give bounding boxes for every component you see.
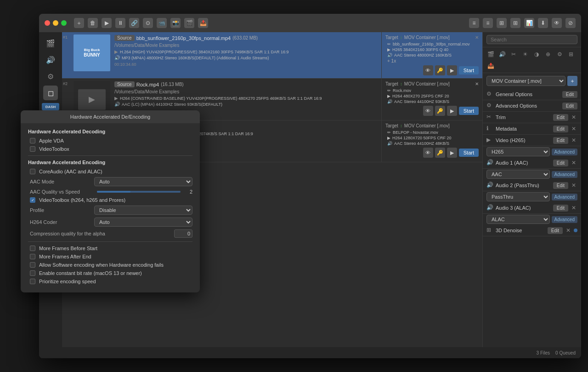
eye-btn-3[interactable]: 👁 <box>423 148 433 158</box>
audio1-close-btn[interactable]: ✕ <box>570 159 577 166</box>
rt-color-icon[interactable]: ⊕ <box>543 49 553 59</box>
audio1-advanced-btn[interactable]: Advanced <box>552 171 577 178</box>
arrow-btn-2[interactable]: ▶ <box>447 106 457 116</box>
rt-sun-icon[interactable]: ☀ <box>520 49 530 59</box>
play-button[interactable]: ▶ <box>102 18 112 28</box>
activity-button[interactable]: ⊘ <box>565 18 576 28</box>
hw-videotoolbox-decode-checkbox[interactable] <box>30 146 35 152</box>
arrow-btn-1[interactable]: ▶ <box>447 65 457 75</box>
hw-applevda-checkbox[interactable] <box>30 138 35 143</box>
record-button[interactable]: ⊙ <box>143 18 153 28</box>
hw-coreaudio-row[interactable]: CoreAudio (AAC and ALAC) <box>28 169 192 174</box>
advanced-options-edit-btn[interactable]: Edit <box>562 103 577 109</box>
hw-allow-software-row[interactable]: Allow Software encoding when Hardware en… <box>28 262 192 268</box>
sidebar-icon-video[interactable]: 🎬 <box>43 36 58 51</box>
add-button[interactable]: ＋ <box>74 18 84 28</box>
video-h265-sub-select[interactable]: H265 <box>486 147 550 156</box>
audio1-sub-select[interactable]: AAC <box>486 170 550 179</box>
hw-videotoolbox-encode-row[interactable]: ✓ VideoToolbox (h264, h265 and Prores) <box>28 197 192 203</box>
link-button[interactable]: 🔗 <box>129 18 139 28</box>
hw-constant-bitrate-checkbox[interactable] <box>30 270 35 276</box>
denoise-edit-btn[interactable]: Edit <box>548 227 563 234</box>
sidebar-icon-settings[interactable]: ⚙ <box>43 69 58 84</box>
sidebar-icon-output[interactable]: ◻ <box>43 86 58 100</box>
minimize-button[interactable] <box>53 20 58 26</box>
eye-btn-2[interactable]: 👁 <box>423 106 433 116</box>
key-btn-1[interactable]: 🔑 <box>435 65 445 75</box>
delete-button[interactable]: 🗑 <box>88 18 98 28</box>
arrow-btn-3[interactable]: ▶ <box>447 148 457 158</box>
rt-settings2-icon[interactable]: ⚙ <box>554 49 565 59</box>
audio2-edit-btn[interactable]: Edit <box>553 182 568 189</box>
clip-button[interactable]: 🎬 <box>184 18 194 28</box>
hw-prioritize-speed-checkbox[interactable] <box>30 279 35 284</box>
video-h265-edit-btn[interactable]: Edit <box>553 137 568 144</box>
hw-prioritize-speed-row[interactable]: Prioritize encoding speed <box>28 279 192 284</box>
hw-more-frames-after-row[interactable]: More Frames After End <box>28 254 192 259</box>
rt-grid3-icon[interactable]: ⊞ <box>566 49 576 59</box>
hw-more-frames-before-row[interactable]: More Frames Before Start <box>28 246 192 251</box>
snapshot-button[interactable]: 📸 <box>170 18 181 28</box>
rt-audio-icon[interactable]: 🔊 <box>497 49 507 59</box>
download-button[interactable]: ⬇ <box>538 18 548 28</box>
format-add-btn[interactable]: ＋ <box>567 76 577 86</box>
video-button[interactable]: 📹 <box>157 18 167 28</box>
key-btn-3[interactable]: 🔑 <box>435 148 445 158</box>
hw-aac-mode-select[interactable]: Auto <box>94 177 192 186</box>
grid-view-button[interactable]: ⊞ <box>497 18 507 28</box>
audio3-edit-btn[interactable]: Edit <box>553 205 568 212</box>
format-select[interactable]: MOV Container [.mov] <box>486 76 565 86</box>
audio2-advanced-btn[interactable]: Advanced <box>552 194 577 200</box>
key-btn-2[interactable]: 🔑 <box>435 106 445 116</box>
trim-close-btn[interactable]: ✕ <box>570 114 577 121</box>
audio1-edit-btn[interactable]: Edit <box>553 160 568 166</box>
audio3-close-btn[interactable]: ✕ <box>570 204 577 212</box>
eye-btn-1[interactable]: 👁 <box>423 65 433 75</box>
audio2-close-btn[interactable]: ✕ <box>570 182 577 189</box>
start-btn-2[interactable]: Start <box>459 107 479 115</box>
list-view-button[interactable]: ≡ <box>469 18 479 28</box>
audio3-sub-select[interactable]: ALAC <box>486 215 550 224</box>
hw-h264coder-select[interactable]: Auto <box>94 217 192 227</box>
audio2-sub-select[interactable]: PassThru <box>486 192 550 201</box>
hw-aac-quality-slider[interactable] <box>97 191 181 193</box>
general-options-edit-btn[interactable]: Edit <box>562 91 577 98</box>
rt-video-icon[interactable]: 🎬 <box>486 49 496 59</box>
chart-button[interactable]: 📊 <box>524 18 534 28</box>
maximize-button[interactable] <box>61 20 67 26</box>
hw-profile-select[interactable]: Disable <box>94 206 192 215</box>
sidebar-icon-audio[interactable]: 🔊 <box>43 52 58 67</box>
hw-allow-software-checkbox[interactable] <box>30 262 35 268</box>
export-button[interactable]: 📤 <box>198 18 208 28</box>
hw-more-frames-before-checkbox[interactable] <box>30 246 35 251</box>
search-input[interactable] <box>486 35 577 44</box>
close-file-2[interactable]: ✕ <box>475 81 479 86</box>
denoise-close-btn[interactable]: ✕ <box>565 227 572 234</box>
hw-coreaudio-checkbox[interactable] <box>30 169 35 174</box>
hw-constant-bitrate-row[interactable]: Enable constant bit rate (macOS 13 or ne… <box>28 270 192 276</box>
hw-videotoolbox-decode-row[interactable]: VideoToolbox <box>28 146 192 152</box>
close-file-1[interactable]: ✕ <box>475 35 479 40</box>
trim-edit-btn[interactable]: Edit <box>553 114 568 121</box>
hw-videotoolbox-encode-checkbox[interactable]: ✓ <box>30 197 35 203</box>
video-h265-advanced-btn[interactable]: Advanced <box>552 149 577 155</box>
video-h265-close-btn[interactable]: ✕ <box>570 137 577 144</box>
close-button[interactable] <box>45 20 50 26</box>
start-btn-1[interactable]: Start <box>459 66 479 74</box>
rt-filter-icon[interactable]: ✂ <box>509 49 519 59</box>
hw-compression-input[interactable] <box>174 229 192 238</box>
metadata-close-btn[interactable]: ✕ <box>570 125 577 132</box>
start-btn-3[interactable]: Start <box>459 149 479 157</box>
rt-contrast-icon[interactable]: ◑ <box>531 49 542 59</box>
hw-more-frames-after-checkbox[interactable] <box>30 254 35 259</box>
rt-export2-icon[interactable]: 📤 <box>486 61 496 71</box>
source-badge-2: Source <box>114 81 135 87</box>
hw-applevda-row[interactable]: Apple VDA <box>28 138 192 143</box>
preview-button[interactable]: 👁 <box>552 18 562 28</box>
grid2-view-button[interactable]: ⊞ <box>510 18 520 28</box>
file-item-1[interactable]: #1 Big Buck BUNNY Source bbb_sunflower_2… <box>62 32 482 79</box>
pause-button[interactable]: ⏸ <box>115 18 125 28</box>
audio3-advanced-btn[interactable]: Advanced <box>552 216 577 223</box>
detail-view-button[interactable]: ≡ <box>483 18 493 28</box>
metadata-edit-btn[interactable]: Edit <box>553 126 568 132</box>
